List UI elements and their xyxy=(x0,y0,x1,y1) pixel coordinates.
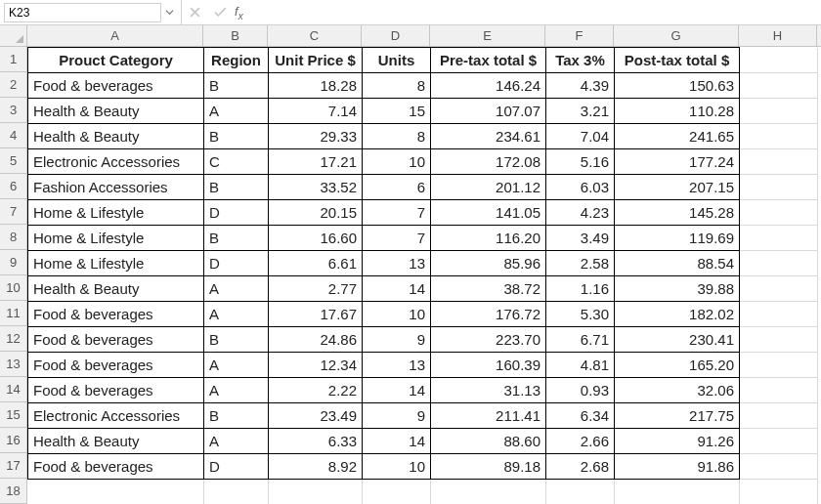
cell-D12[interactable]: 9 xyxy=(363,327,431,353)
enter-icon[interactable] xyxy=(207,0,233,24)
cell-H15[interactable] xyxy=(740,403,818,429)
cell-D17[interactable]: 10 xyxy=(363,454,431,480)
cell-F1[interactable]: Tax 3% xyxy=(546,48,615,73)
cell-C12[interactable]: 24.86 xyxy=(269,327,363,353)
cell-G6[interactable]: 207.15 xyxy=(615,175,740,200)
cell-G13[interactable]: 165.20 xyxy=(615,353,740,378)
cell-G3[interactable]: 110.28 xyxy=(615,99,740,124)
cell-H7[interactable] xyxy=(740,200,818,226)
cell-C2[interactable]: 18.28 xyxy=(269,73,363,99)
cell-D7[interactable]: 7 xyxy=(363,200,431,226)
row-header-9[interactable]: 9 xyxy=(0,250,26,275)
cell-G16[interactable]: 91.26 xyxy=(615,429,740,454)
cell-H12[interactable] xyxy=(740,327,818,353)
cell-C1[interactable]: Unit Price $ xyxy=(269,48,363,73)
cell-G10[interactable]: 39.88 xyxy=(615,276,740,302)
cell-E12[interactable]: 223.70 xyxy=(431,327,546,353)
cell-G12[interactable]: 230.41 xyxy=(615,327,740,353)
row-header-1[interactable]: 1 xyxy=(0,47,26,72)
col-header-A[interactable]: A xyxy=(27,25,203,46)
cell-H2[interactable] xyxy=(740,73,818,99)
col-header-E[interactable]: E xyxy=(430,25,545,46)
cell-E1[interactable]: Pre-tax total $ xyxy=(431,48,546,73)
row-header-8[interactable]: 8 xyxy=(0,225,26,250)
cell-G18[interactable] xyxy=(615,480,740,505)
cell-B13[interactable]: A xyxy=(204,353,269,378)
cell-B9[interactable]: D xyxy=(204,251,269,276)
cells-area[interactable]: Prouct CategoryRegionUnit Price $UnitsPr… xyxy=(27,47,821,504)
row-header-15[interactable]: 15 xyxy=(0,402,26,428)
col-header-H[interactable]: H xyxy=(739,25,817,46)
cell-C10[interactable]: 2.77 xyxy=(269,276,363,302)
cell-B7[interactable]: D xyxy=(204,200,269,226)
name-box-dropdown-icon[interactable] xyxy=(161,3,177,22)
cell-C9[interactable]: 6.61 xyxy=(269,251,363,276)
cell-H13[interactable] xyxy=(740,353,818,378)
cell-H5[interactable] xyxy=(740,149,818,175)
cell-H1[interactable] xyxy=(740,48,818,73)
cell-D2[interactable]: 8 xyxy=(363,73,431,99)
name-box[interactable] xyxy=(4,3,161,22)
cell-D3[interactable]: 15 xyxy=(363,99,431,124)
row-header-10[interactable]: 10 xyxy=(0,275,26,301)
cell-A13[interactable]: Food & beverages xyxy=(28,353,204,378)
cell-B4[interactable]: B xyxy=(204,124,269,149)
row-header-11[interactable]: 11 xyxy=(0,301,26,326)
cell-G5[interactable]: 177.24 xyxy=(615,149,740,175)
cell-F8[interactable]: 3.49 xyxy=(546,226,615,251)
row-header-4[interactable]: 4 xyxy=(0,123,26,148)
cell-H16[interactable] xyxy=(740,429,818,454)
cell-C8[interactable]: 16.60 xyxy=(269,226,363,251)
col-header-C[interactable]: C xyxy=(268,25,362,46)
cell-E5[interactable]: 172.08 xyxy=(431,149,546,175)
cell-A16[interactable]: Health & Beauty xyxy=(28,429,204,454)
cell-A14[interactable]: Food & beverages xyxy=(28,378,204,403)
cell-A3[interactable]: Health & Beauty xyxy=(28,99,204,124)
row-header-7[interactable]: 7 xyxy=(0,199,26,225)
cell-F2[interactable]: 4.39 xyxy=(546,73,615,99)
cell-D9[interactable]: 13 xyxy=(363,251,431,276)
cell-B8[interactable]: B xyxy=(204,226,269,251)
cell-G7[interactable]: 145.28 xyxy=(615,200,740,226)
fx-label[interactable]: fx xyxy=(233,4,249,21)
cell-F6[interactable]: 6.03 xyxy=(546,175,615,200)
formula-input[interactable] xyxy=(249,0,821,24)
cell-C13[interactable]: 12.34 xyxy=(269,353,363,378)
cell-C11[interactable]: 17.67 xyxy=(269,302,363,327)
cell-D8[interactable]: 7 xyxy=(363,226,431,251)
cell-B18[interactable] xyxy=(204,480,269,505)
cell-A9[interactable]: Home & Lifestyle xyxy=(28,251,204,276)
cell-B1[interactable]: Region xyxy=(204,48,269,73)
cell-B17[interactable]: D xyxy=(204,454,269,480)
cell-E17[interactable]: 89.18 xyxy=(431,454,546,480)
col-header-F[interactable]: F xyxy=(545,25,614,46)
cell-D18[interactable] xyxy=(363,480,431,505)
row-header-17[interactable]: 17 xyxy=(0,453,26,479)
cell-E10[interactable]: 38.72 xyxy=(431,276,546,302)
cell-D4[interactable]: 8 xyxy=(363,124,431,149)
cell-B10[interactable]: A xyxy=(204,276,269,302)
cell-F7[interactable]: 4.23 xyxy=(546,200,615,226)
cell-F13[interactable]: 4.81 xyxy=(546,353,615,378)
cell-G14[interactable]: 32.06 xyxy=(615,378,740,403)
cell-D1[interactable]: Units xyxy=(363,48,431,73)
cell-C3[interactable]: 7.14 xyxy=(269,99,363,124)
cell-H14[interactable] xyxy=(740,378,818,403)
row-header-6[interactable]: 6 xyxy=(0,174,26,199)
cell-H3[interactable] xyxy=(740,99,818,124)
cell-F11[interactable]: 5.30 xyxy=(546,302,615,327)
cell-H9[interactable] xyxy=(740,251,818,276)
cell-G4[interactable]: 241.65 xyxy=(615,124,740,149)
cell-B3[interactable]: A xyxy=(204,99,269,124)
select-all-corner[interactable] xyxy=(0,25,27,47)
cell-E18[interactable] xyxy=(431,480,546,505)
cell-D10[interactable]: 14 xyxy=(363,276,431,302)
cell-D16[interactable]: 14 xyxy=(363,429,431,454)
cell-E2[interactable]: 146.24 xyxy=(431,73,546,99)
cell-E15[interactable]: 211.41 xyxy=(431,403,546,429)
row-header-5[interactable]: 5 xyxy=(0,148,26,174)
col-header-B[interactable]: B xyxy=(203,25,268,46)
row-header-16[interactable]: 16 xyxy=(0,428,26,453)
cell-E7[interactable]: 141.05 xyxy=(431,200,546,226)
cell-E16[interactable]: 88.60 xyxy=(431,429,546,454)
